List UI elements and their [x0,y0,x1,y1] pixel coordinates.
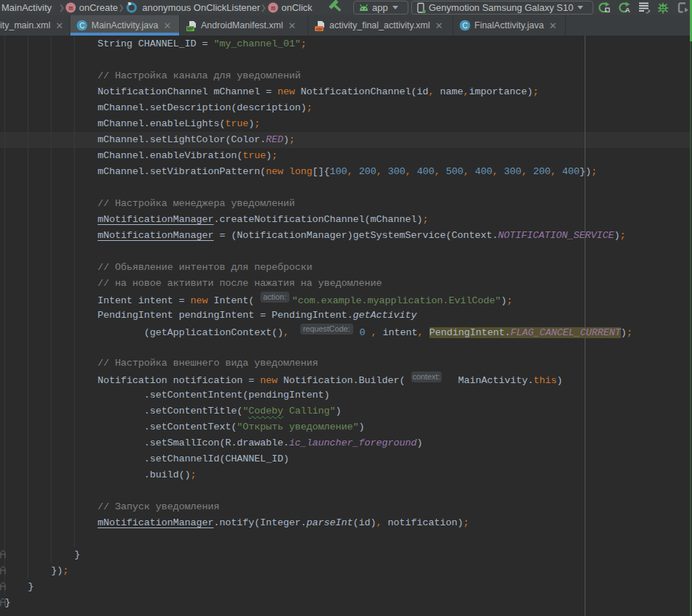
svg-text:MF: MF [187,26,194,31]
svg-text:m: m [271,4,276,12]
svg-text:m: m [69,4,73,12]
svg-text:</>: </> [316,26,323,30]
svg-text:A: A [625,6,630,14]
svg-text:C: C [79,22,84,30]
svg-text:C: C [462,22,467,30]
